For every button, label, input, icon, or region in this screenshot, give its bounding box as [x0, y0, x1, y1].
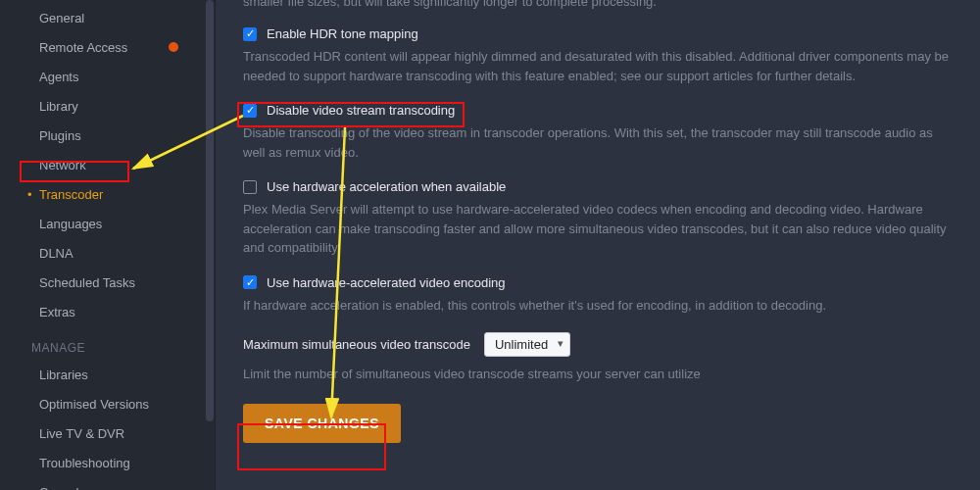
setting-help: Plex Media Server will attempt to use ha…: [243, 200, 953, 258]
sidebar-item-remote-access[interactable]: Remote Access: [0, 33, 215, 63]
sidebar-item-libraries[interactable]: Libraries: [0, 361, 215, 390]
checkbox-hardware-acceleration[interactable]: [243, 180, 257, 194]
max-transcode-label: Maximum simultaneous video transcode: [243, 337, 470, 352]
sidebar-section-manage: MANAGE: [0, 327, 215, 361]
sidebar-item-console[interactable]: Console: [0, 478, 215, 490]
setting-label: Enable HDR tone mapping: [267, 26, 418, 41]
sidebar-item-live-tv-dvr[interactable]: Live TV & DVR: [0, 419, 215, 449]
truncated-help-text: smaller file sizes, but will take signif…: [243, 0, 953, 9]
sidebar-item-optimised-versions[interactable]: Optimised Versions: [0, 390, 215, 419]
sidebar-item-network[interactable]: Network: [0, 151, 215, 180]
setting-label: Use hardware acceleration when available: [267, 179, 506, 194]
sidebar-item-plugins[interactable]: Plugins: [0, 122, 215, 151]
sidebar-item-general[interactable]: General: [0, 4, 215, 33]
checkbox-hdr-tone-mapping[interactable]: ✓: [243, 27, 257, 41]
setting-label: Disable video stream transcoding: [267, 103, 455, 118]
sidebar-item-agents[interactable]: Agents: [0, 63, 215, 92]
setting-label: Use hardware-accelerated video encoding: [267, 275, 506, 290]
sidebar-item-languages[interactable]: Languages: [0, 210, 215, 239]
setting-help: If hardware acceleration is enabled, thi…: [243, 296, 953, 316]
sidebar-item-extras[interactable]: Extras: [0, 298, 215, 327]
sidebar-item-transcoder[interactable]: Transcoder: [0, 180, 215, 210]
settings-sidebar: General Remote Access Agents Library Plu…: [0, 0, 216, 490]
sidebar-scrollbar[interactable]: [206, 0, 214, 421]
checkbox-hardware-encoding[interactable]: ✓: [243, 275, 257, 289]
max-transcode-select[interactable]: Unlimited: [484, 332, 570, 357]
checkbox-disable-video-transcoding[interactable]: ✓: [243, 104, 257, 118]
alert-badge-icon: [169, 42, 178, 52]
settings-main: smaller file sizes, but will take signif…: [216, 0, 980, 490]
save-changes-button[interactable]: SAVE CHANGES: [243, 404, 401, 443]
sidebar-item-scheduled-tasks[interactable]: Scheduled Tasks: [0, 269, 215, 298]
setting-help: Disable transcoding of the video stream …: [243, 123, 953, 162]
sidebar-item-library[interactable]: Library: [0, 92, 215, 122]
max-transcode-help: Limit the number of simultaneous video t…: [243, 365, 953, 384]
setting-help: Transcoded HDR content will appear highl…: [243, 47, 953, 85]
sidebar-item-dlna[interactable]: DLNA: [0, 239, 215, 269]
sidebar-item-troubleshooting[interactable]: Troubleshooting: [0, 449, 215, 478]
